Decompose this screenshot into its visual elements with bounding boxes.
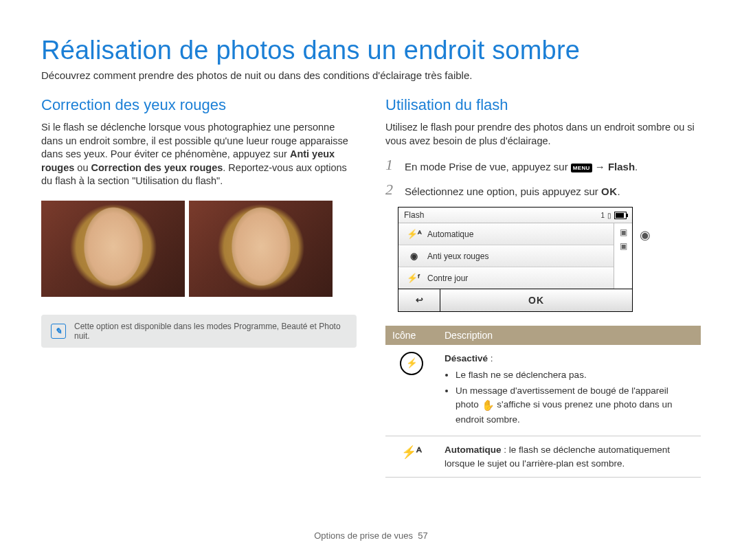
heading-flash: Utilisation du flash — [385, 96, 701, 114]
menu-icon: MENU — [571, 164, 592, 172]
footer-page-number: 57 — [418, 530, 427, 541]
text: . — [635, 161, 638, 172]
lcd-item-label: Contre jour — [427, 273, 468, 283]
text: Sélectionnez une option, puis appuyez su… — [405, 186, 601, 197]
flash-off-icon: ⚡ — [400, 352, 423, 375]
note-icon: ✎ — [51, 324, 66, 339]
text: . — [618, 186, 620, 197]
eye-icon: ◉ — [640, 227, 651, 243]
step-1: 1 En mode Prise de vue, appuyez sur MENU… — [385, 157, 701, 174]
flash-label: Flash — [608, 161, 635, 172]
bullet: Le flash ne se déclenchera pas. — [456, 368, 694, 382]
table-row: ⚡ᴬ Automatique : le flash se déclenche a… — [385, 436, 701, 478]
text: ou — [74, 162, 91, 173]
example-photo-red-eye — [41, 201, 185, 297]
lcd-item-auto[interactable]: ⚡ᴬ Automatique — [398, 223, 614, 245]
heading-red-eye: Correction des yeux rouges — [41, 96, 357, 114]
step-number: 1 — [385, 157, 399, 172]
slot-icon: ▣ — [620, 241, 627, 251]
row-title: Désactivé — [445, 353, 488, 363]
lcd-item-fill[interactable]: ⚡ᶠ Contre jour — [398, 267, 614, 289]
th-description: Description — [438, 326, 701, 345]
th-icon: Icône — [385, 326, 438, 345]
text: → — [592, 161, 608, 172]
ok-symbol: OK — [601, 186, 618, 197]
flash-auto-icon: ⚡ᴬ — [407, 229, 420, 239]
camera-lcd: Flash 1 ▯ ⚡ᴬ Automatique — [398, 207, 633, 312]
page-title: Réalisation de photos dans un endroit so… — [41, 36, 701, 65]
lcd-title: Flash — [404, 210, 424, 220]
lcd-sidebar: ▣ ▣ — [614, 223, 632, 289]
text: En mode Prise de vue, appuyez sur — [405, 161, 571, 172]
lcd-menu: ⚡ᴬ Automatique ◉ Anti yeux rouges ⚡ᶠ Con… — [398, 223, 614, 289]
lcd-count: 1 — [600, 212, 605, 219]
text: : — [488, 353, 493, 363]
lcd-back-button[interactable]: ↩ — [398, 289, 440, 311]
shake-warning-icon: ✋ — [482, 398, 495, 413]
lcd-item-label: Automatique — [427, 229, 473, 239]
battery-icon — [614, 212, 627, 219]
sd-icon: ▯ — [607, 212, 611, 219]
table-row: ⚡ Désactivé : Le flash ne se déclenchera… — [385, 345, 701, 436]
step-2: 2 Sélectionnez une option, puis appuyez … — [385, 182, 701, 199]
flash-auto-icon: ⚡ᴬ — [401, 445, 422, 459]
red-eye-paragraph: Si le flash se déclenche lorsque vous ph… — [41, 121, 357, 188]
footer-section: Options de prise de vues — [314, 530, 413, 541]
lcd-item-label: Anti yeux rouges — [427, 251, 488, 261]
col-left: Correction des yeux rouges Si le flash s… — [41, 96, 357, 478]
bullet: Un message d'avertissement de bougé de l… — [456, 384, 694, 426]
lcd-ok-button[interactable]: OK — [440, 289, 632, 311]
step-number: 2 — [385, 182, 399, 197]
flash-options-table: Icône Description ⚡ Désactivé : Le flash… — [385, 326, 701, 478]
lcd-item-redeye[interactable]: ◉ Anti yeux rouges — [398, 245, 614, 267]
flash-intro: Utilisez le flash pour prendre des photo… — [385, 121, 701, 148]
col-right: Utilisation du flash Utilisez le flash p… — [385, 96, 701, 478]
note-text: Cette option est disponible dans les mod… — [74, 322, 347, 341]
page-footer: Options de prise de vues 57 — [0, 530, 742, 541]
row-title: Automatique — [445, 445, 502, 455]
lcd-status: 1 ▯ — [600, 212, 627, 219]
eye-icon: ◉ — [407, 251, 420, 261]
slot-icon: ▣ — [620, 227, 627, 237]
page-subtitle: Découvrez comment prendre des photos de … — [41, 69, 701, 81]
bold-correction: Correction des yeux rouges — [91, 162, 223, 173]
note-box: ✎ Cette option est disponible dans les m… — [41, 315, 357, 348]
photo-pair — [41, 201, 357, 297]
example-photo-corrected — [189, 201, 333, 297]
flash-fill-icon: ⚡ᶠ — [407, 273, 420, 283]
